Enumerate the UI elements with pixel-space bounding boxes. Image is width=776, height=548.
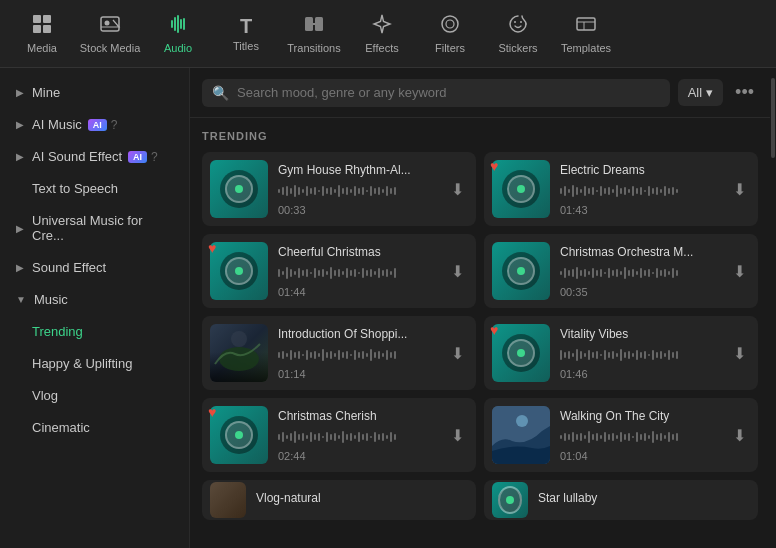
thumb-inner-vitality <box>502 334 540 372</box>
music-card-gym-house[interactable]: Gym House Rhythm-Al... 00:33 ⬇ <box>202 152 476 226</box>
svg-rect-196 <box>676 351 678 359</box>
thumb-walking-city <box>492 406 550 464</box>
svg-rect-148 <box>322 349 324 361</box>
music-card-vlog-natural[interactable]: Vlog-natural <box>202 480 476 520</box>
svg-rect-121 <box>624 267 626 279</box>
svg-point-5 <box>105 21 110 26</box>
svg-rect-220 <box>370 436 372 438</box>
download-electric[interactable]: ⬇ <box>729 176 750 203</box>
sidebar-item-universal-music[interactable]: ▶ Universal Music for Cre... <box>4 205 185 251</box>
ai-music-info-icon: ? <box>111 118 118 132</box>
thumb-inner-christmas-cherish <box>220 416 258 454</box>
sidebar-item-mine[interactable]: ▶ Mine <box>4 77 185 108</box>
sidebar-item-trending[interactable]: Trending <box>4 316 185 347</box>
thumb-electric <box>492 160 550 218</box>
svg-rect-102 <box>386 269 388 277</box>
svg-rect-156 <box>354 350 356 360</box>
svg-rect-2 <box>33 25 41 33</box>
music-card-star-lullaby[interactable]: Star lullaby <box>484 480 758 520</box>
music-card-cheerful[interactable]: ♥ Cheerful Christmas <box>202 234 476 308</box>
transitions-icon <box>303 13 325 38</box>
svg-rect-17 <box>286 186 288 196</box>
svg-rect-200 <box>290 433 292 441</box>
svg-rect-73 <box>672 187 674 195</box>
waveform-intro-shopping <box>278 345 437 365</box>
svg-rect-41 <box>382 189 384 193</box>
download-cheerful[interactable]: ⬇ <box>447 258 468 285</box>
svg-rect-28 <box>330 187 332 195</box>
download-intro-shopping[interactable]: ⬇ <box>447 340 468 367</box>
svg-rect-172 <box>580 351 582 359</box>
svg-rect-0 <box>33 15 41 23</box>
search-input[interactable] <box>237 85 660 100</box>
ai-sound-info-icon: ? <box>151 150 158 164</box>
download-christmas-orch[interactable]: ⬇ <box>729 258 750 285</box>
sidebar-item-vlog[interactable]: Vlog <box>4 380 185 411</box>
music-card-electric[interactable]: ♥ Electric Dreams 01: <box>484 152 758 226</box>
svg-rect-134 <box>676 270 678 276</box>
scroll-track[interactable] <box>770 68 776 548</box>
chevron-mine: ▶ <box>16 87 24 98</box>
svg-rect-184 <box>628 351 630 359</box>
heart-electric: ♥ <box>490 158 498 174</box>
chevron-sound-effect: ▶ <box>16 262 24 273</box>
nav-templates[interactable]: Templates <box>552 4 620 64</box>
svg-rect-153 <box>342 352 344 358</box>
nav-audio[interactable]: Audio <box>144 4 212 64</box>
nav-titles[interactable]: T Titles <box>212 4 280 64</box>
download-vitality[interactable]: ⬇ <box>729 340 750 367</box>
music-card-christmas-cherish[interactable]: ♥ Christmas Cherish 0 <box>202 398 476 472</box>
filter-dropdown[interactable]: All ▾ <box>678 79 723 106</box>
svg-rect-89 <box>334 270 336 276</box>
svg-rect-92 <box>346 268 348 278</box>
nav-effects[interactable]: Effects <box>348 4 416 64</box>
svg-rect-230 <box>564 433 566 441</box>
svg-rect-213 <box>342 431 344 443</box>
nav-filters[interactable]: Filters <box>416 4 484 64</box>
svg-rect-103 <box>390 271 392 275</box>
svg-rect-252 <box>652 431 654 443</box>
svg-rect-159 <box>366 353 368 357</box>
svg-rect-67 <box>648 186 650 196</box>
svg-rect-163 <box>382 353 384 357</box>
svg-rect-202 <box>298 434 300 440</box>
nav-stock-media[interactable]: Stock Media <box>76 4 144 64</box>
nav-transitions[interactable]: Transitions <box>280 4 348 64</box>
nav-audio-label: Audio <box>164 42 192 54</box>
music-card-walking-city[interactable]: Walking On The City 01:04 ⬇ <box>484 398 758 472</box>
svg-rect-194 <box>668 350 670 360</box>
svg-rect-257 <box>672 434 674 440</box>
sidebar-item-ai-sound[interactable]: ▶ AI Sound Effect AI ? <box>4 141 185 172</box>
search-input-wrap[interactable]: 🔍 <box>202 79 670 107</box>
sidebar-item-happy-uplifting[interactable]: Happy & Uplifting <box>4 348 185 379</box>
svg-rect-74 <box>676 189 678 193</box>
more-button[interactable]: ••• <box>731 78 758 107</box>
download-walking-city[interactable]: ⬇ <box>729 422 750 449</box>
svg-rect-181 <box>616 353 618 357</box>
svg-rect-132 <box>668 271 670 275</box>
svg-rect-138 <box>282 351 284 359</box>
svg-rect-30 <box>338 185 340 197</box>
waveform-cheerful <box>278 263 437 283</box>
music-info-cheerful: Cheerful Christmas 01:44 <box>278 245 437 298</box>
nav-stickers[interactable]: Stickers <box>484 4 552 64</box>
svg-rect-113 <box>592 268 594 278</box>
sidebar-item-cinematic[interactable]: Cinematic <box>4 412 185 443</box>
svg-rect-1 <box>43 15 51 23</box>
sidebar-trending-label: Trending <box>32 324 83 339</box>
music-card-christmas-orch[interactable]: Christmas Orchestra M... 00:35 ⬇ <box>484 234 758 308</box>
sidebar-item-text-to-speech[interactable]: Text to Speech <box>4 173 185 204</box>
svg-rect-12 <box>577 18 595 30</box>
search-bar: 🔍 All ▾ ••• <box>190 68 770 118</box>
svg-rect-162 <box>378 351 380 359</box>
music-card-intro-shopping[interactable]: Introduction Of Shoppi... 01:14 ⬇ <box>202 316 476 390</box>
svg-rect-61 <box>624 187 626 195</box>
sidebar-item-sound-effect[interactable]: ▶ Sound Effect <box>4 252 185 283</box>
download-christmas-cherish[interactable]: ⬇ <box>447 422 468 449</box>
svg-rect-241 <box>608 434 610 440</box>
nav-media[interactable]: Media <box>8 4 76 64</box>
sidebar-item-ai-music[interactable]: ▶ AI Music AI ? <box>4 109 185 140</box>
music-card-vitality[interactable]: ♥ Vitality Vibes 01:4 <box>484 316 758 390</box>
download-gym-house[interactable]: ⬇ <box>447 176 468 203</box>
sidebar-item-music[interactable]: ▼ Music <box>4 284 185 315</box>
